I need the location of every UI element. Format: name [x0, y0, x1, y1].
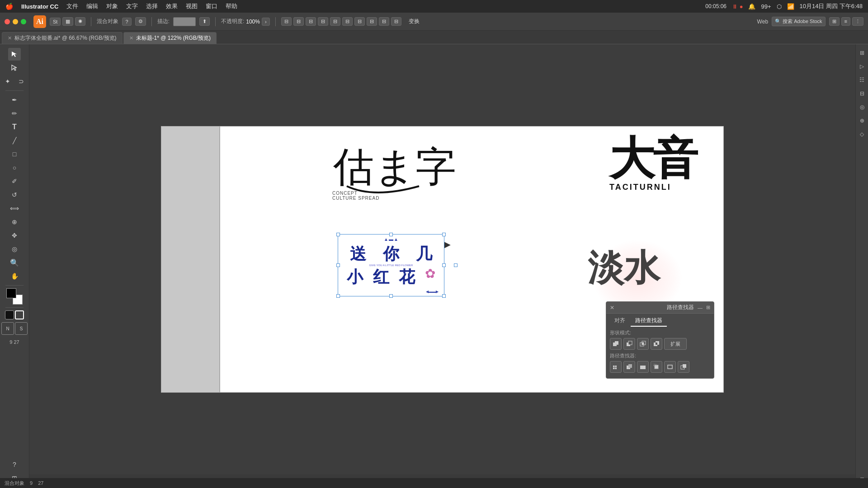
tool-brush[interactable]: ✐ — [8, 175, 21, 188]
tool-pencil[interactable]: ✏ — [8, 107, 21, 120]
tool-rotate[interactable]: ↺ — [8, 188, 21, 201]
close-button[interactable] — [5, 19, 10, 24]
distribute-v[interactable]: ⊟ — [367, 17, 377, 26]
panel-btn-4[interactable]: ⊟ — [857, 89, 867, 99]
pf-btn-outline[interactable] — [664, 361, 676, 373]
foreground-color[interactable] — [6, 288, 16, 298]
menu-select[interactable]: 选择 — [146, 2, 158, 10]
handle-top-center[interactable] — [389, 233, 393, 236]
menu-file[interactable]: 文件 — [66, 2, 78, 10]
menu-effects[interactable]: 效果 — [166, 2, 178, 10]
panel-btn-5[interactable]: ◎ — [857, 102, 867, 112]
maximize-button[interactable] — [21, 19, 26, 24]
stroke-color[interactable] — [173, 17, 196, 26]
align-center-v[interactable]: ⊟ — [330, 17, 340, 26]
tool-line[interactable]: ╱ — [8, 134, 21, 147]
panel-grid-view[interactable]: ⊞ — [829, 17, 840, 26]
distribute-space-v[interactable]: ⊟ — [391, 17, 401, 26]
panel-btn-6[interactable]: ⊕ — [857, 116, 867, 126]
menu-edit[interactable]: 编辑 — [86, 2, 98, 10]
pf-tab-pathfinder[interactable]: 路径查找器 — [631, 315, 667, 327]
pf-btn-divide[interactable] — [610, 361, 622, 373]
pf-btn-merge[interactable] — [637, 361, 649, 373]
pf-btn-intersect[interactable] — [637, 338, 649, 350]
pf-expand[interactable]: ⊞ — [706, 305, 710, 310]
tool-zoom[interactable]: 🔍 — [8, 256, 21, 269]
menu-window[interactable]: 窗口 — [206, 2, 217, 10]
tool-reflect[interactable]: ⟺ — [8, 202, 21, 215]
handle-top-right[interactable] — [442, 233, 446, 236]
pf-btn-minus-back[interactable] — [678, 361, 689, 373]
panel-more[interactable]: ⋮ — [852, 17, 863, 26]
handle-bot-left[interactable] — [336, 294, 340, 298]
selected-object[interactable]: ▲ ▬ ▲ 送 你 几 GIVE YOU A LITTLE RED — [338, 234, 444, 296]
distribute-h[interactable]: ⊟ — [354, 17, 365, 26]
minimize-button[interactable] — [13, 19, 18, 24]
mixed-object-settings[interactable]: ⚙ — [135, 17, 146, 26]
menu-object[interactable]: 对象 — [106, 2, 118, 10]
tool-pen[interactable]: ✒ — [8, 94, 21, 106]
tab-close-0[interactable]: ✕ — [8, 35, 12, 41]
normal-mode[interactable]: N — [1, 322, 14, 335]
pf-close[interactable]: ✕ — [610, 305, 614, 311]
menu-text[interactable]: 文字 — [126, 2, 138, 10]
tab-1[interactable]: ✕ 未标题-1* @ 122% (RGB/预览) — [123, 32, 217, 44]
fill-box[interactable] — [5, 310, 14, 319]
panel-btn-7[interactable]: ◇ — [857, 129, 867, 139]
pf-collapse[interactable]: — — [698, 305, 703, 310]
handle-mid-right[interactable] — [442, 263, 446, 267]
transform-label[interactable]: 变换 — [409, 18, 420, 25]
pf-btn-unite[interactable] — [610, 338, 622, 350]
tool-question[interactable]: ? — [8, 458, 21, 471]
pf-btn-exclude[interactable] — [651, 338, 662, 350]
tool-text[interactable]: T — [8, 121, 21, 133]
pf-btn-minus-front[interactable] — [623, 338, 635, 350]
panel-btn-2[interactable]: ▷ — [857, 61, 867, 71]
opacity-adjust[interactable]: › — [262, 18, 270, 26]
pf-expand-btn[interactable]: 扩展 — [664, 338, 687, 350]
pf-tab-align[interactable]: 对齐 — [610, 315, 630, 327]
pf-btn-trim[interactable] — [623, 361, 635, 373]
apple-menu[interactable]: 🍎 — [5, 3, 13, 10]
tool-scale[interactable]: ⊕ — [8, 216, 21, 228]
handle-bot-right[interactable] — [442, 294, 446, 298]
tab-close-1[interactable]: ✕ — [129, 35, 133, 41]
toolbar-btn-3[interactable]: ✺ — [75, 17, 85, 26]
handle-top-left[interactable] — [336, 233, 340, 236]
color-indicators[interactable] — [6, 288, 23, 305]
tool-gradient[interactable]: ◎ — [8, 243, 21, 255]
distribute-space-h[interactable]: ⊟ — [379, 17, 389, 26]
toolbar-btn-1[interactable]: St — [50, 18, 61, 26]
handle-bot-center[interactable] — [389, 294, 393, 298]
menu-app-name[interactable]: Illustrator CC — [21, 3, 58, 10]
tool-select[interactable] — [8, 48, 21, 61]
tool-blend[interactable]: ✥ — [8, 229, 21, 242]
menu-help[interactable]: 帮助 — [226, 2, 237, 10]
panel-btn-3[interactable]: ☷ — [857, 75, 867, 85]
search-btn[interactable]: 🔍 搜索 Adobe Stock — [772, 17, 826, 26]
tool-hand[interactable]: ✋ — [8, 270, 21, 282]
mixed-object-help[interactable]: ? — [122, 18, 131, 26]
tab-0[interactable]: ✕ 标志字体全能番.ai* @ 66.67% (RGB/预览) — [2, 32, 123, 44]
align-right[interactable]: ⊟ — [306, 17, 316, 26]
tool-magic-wand[interactable]: ✦ — [1, 75, 14, 88]
tool-lasso[interactable]: ⊃ — [15, 75, 28, 88]
stroke-box[interactable] — [15, 310, 24, 319]
pf-btn-crop[interactable] — [651, 361, 662, 373]
handle-mid-left[interactable] — [336, 263, 340, 267]
panel-btn-1[interactable]: ⊞ — [857, 48, 867, 58]
canvas-area[interactable]: 估ま字 CONCEPT CULTURE SPREAD 大音 TACITURNLI — [29, 44, 855, 474]
align-bottom[interactable]: ⊟ — [342, 17, 353, 26]
notification-icon[interactable]: 🔔 — [748, 3, 755, 10]
align-left[interactable]: ⊟ — [281, 17, 292, 26]
align-center-h[interactable]: ⊟ — [293, 17, 304, 26]
menu-view[interactable]: 视图 — [186, 2, 198, 10]
tool-ellipse[interactable]: ○ — [8, 161, 21, 174]
screen-mode[interactable]: S — [15, 322, 28, 335]
panel-list-view[interactable]: ≡ — [841, 17, 850, 26]
tool-rect[interactable]: □ — [8, 148, 21, 160]
align-top[interactable]: ⊟ — [318, 17, 328, 26]
handle-rotate[interactable] — [454, 263, 458, 267]
stroke-adjust[interactable]: ⬆ — [199, 17, 210, 26]
toolbar-btn-2[interactable]: ▦ — [62, 17, 73, 26]
